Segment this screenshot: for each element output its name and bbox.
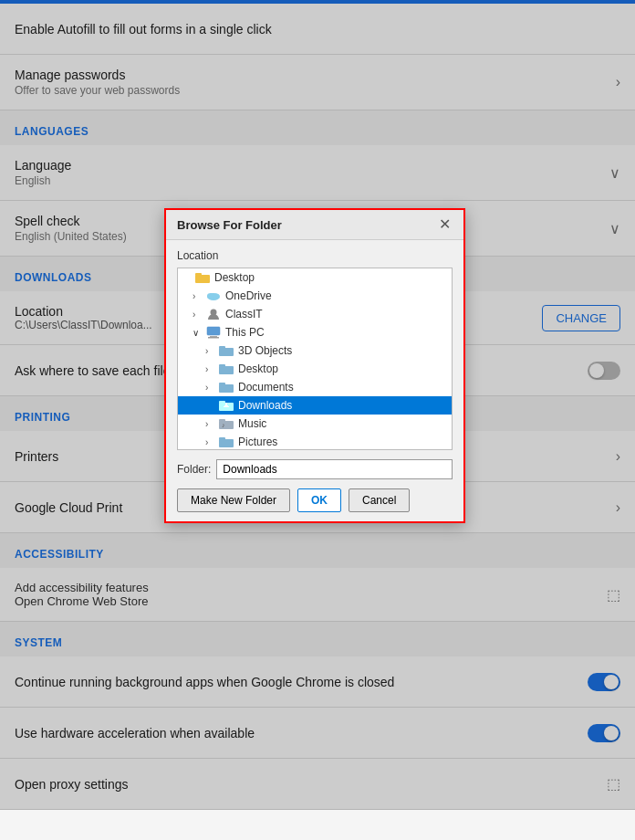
desktop-pc-chevron: ›: [205, 364, 218, 374]
modal-location-label: Location: [177, 249, 453, 262]
classit-label: ClassIT: [225, 308, 263, 320]
svg-rect-9: [219, 348, 234, 356]
folder-icon-pictures: [218, 436, 234, 448]
settings-page: Enable Autofill to fill out forms in a s…: [0, 0, 635, 810]
desktop-top-label: Desktop: [214, 271, 255, 284]
svg-rect-14: [219, 383, 225, 385]
svg-rect-12: [219, 364, 225, 367]
cancel-button[interactable]: Cancel: [349, 488, 410, 512]
pictures-label: Pictures: [238, 436, 277, 448]
svg-rect-1: [195, 273, 202, 276]
thispc-chevron: ∨: [193, 328, 205, 338]
svg-text:♪: ♪: [222, 422, 225, 428]
folder-icon-onedrive: [205, 289, 222, 302]
tree-item-desktop-pc[interactable]: › Desktop: [178, 360, 452, 378]
folder-icon-desktop-top: [194, 271, 211, 284]
tree-item-classit[interactable]: › ClassIT: [178, 305, 452, 323]
svg-rect-0: [195, 275, 210, 283]
3dobjects-chevron: ›: [205, 346, 218, 356]
folder-input-row: Folder:: [177, 459, 453, 479]
svg-rect-8: [208, 337, 219, 339]
tree-item-downloads[interactable]: Downloads: [178, 396, 452, 415]
tree-item-thispc[interactable]: ∨ This PC: [178, 323, 452, 341]
folder-icon-desktop-pc: [218, 362, 234, 375]
documents-chevron: ›: [205, 383, 218, 393]
tree-item-music[interactable]: › ♪ Music: [178, 415, 452, 433]
modal-title: Browse For Folder: [177, 218, 282, 232]
folder-icon-music: ♪: [218, 417, 234, 430]
svg-rect-10: [219, 346, 225, 349]
svg-point-4: [213, 294, 220, 299]
modal-titlebar: Browse For Folder ✕: [166, 210, 463, 240]
tree-item-documents[interactable]: › Documents: [178, 378, 452, 396]
svg-rect-23: [219, 437, 225, 440]
pictures-chevron: ›: [205, 437, 218, 447]
classit-chevron: ›: [193, 310, 205, 320]
downloads-label: Downloads: [238, 399, 292, 412]
folder-icon-thispc: [205, 326, 222, 339]
svg-rect-18: [225, 403, 227, 405]
ok-button[interactable]: OK: [297, 488, 341, 512]
modal-body: Location Desktop › OneDrive: [166, 240, 463, 521]
folder-input[interactable]: [216, 459, 453, 479]
onedrive-label: OneDrive: [225, 289, 272, 302]
svg-rect-16: [219, 401, 225, 404]
make-new-folder-button[interactable]: Make New Folder: [177, 488, 290, 512]
documents-label: Documents: [238, 381, 294, 394]
svg-rect-13: [219, 384, 234, 393]
thispc-label: This PC: [225, 326, 265, 339]
svg-rect-11: [219, 366, 234, 374]
modal-buttons: Make New Folder OK Cancel: [177, 488, 453, 512]
onedrive-chevron: ›: [193, 291, 205, 301]
tree-item-3dobjects[interactable]: › 3D Objects: [178, 341, 452, 360]
tree-item-onedrive[interactable]: › OneDrive: [178, 287, 452, 305]
folder-icon-documents: [218, 381, 234, 394]
3dobjects-label: 3D Objects: [238, 344, 292, 357]
folder-icon-classit: [205, 308, 222, 320]
music-label: Music: [238, 417, 266, 430]
svg-rect-22: [219, 439, 234, 447]
folder-input-label: Folder:: [177, 463, 211, 476]
desktop-pc-label: Desktop: [238, 362, 278, 375]
folder-tree[interactable]: Desktop › OneDrive › ClassIT: [177, 268, 453, 450]
svg-rect-6: [207, 327, 220, 335]
browse-folder-modal: Browse For Folder ✕ Location Desktop ›: [164, 208, 465, 523]
folder-icon-downloads: [218, 399, 234, 412]
modal-close-button[interactable]: ✕: [437, 217, 453, 232]
tree-item-desktop-top[interactable]: Desktop: [178, 268, 452, 287]
tree-item-pictures[interactable]: › Pictures: [178, 433, 452, 450]
folder-icon-3dobjects: [218, 344, 234, 357]
music-chevron: ›: [205, 419, 218, 429]
